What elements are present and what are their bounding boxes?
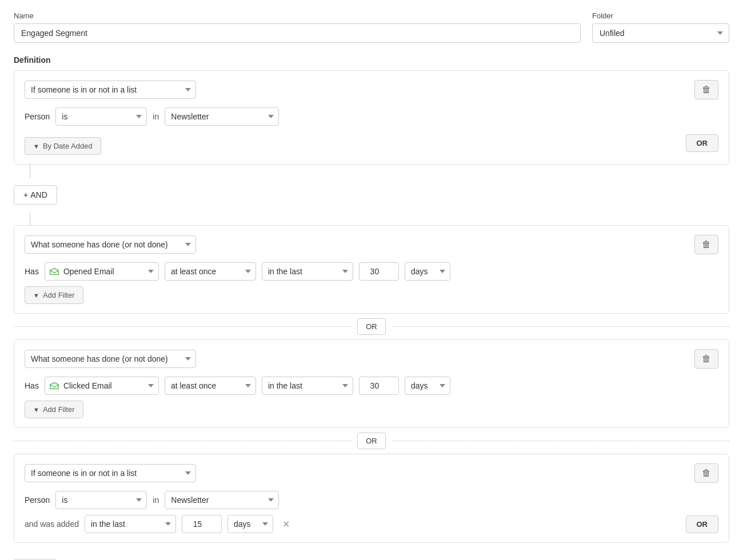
connector-line-2 — [30, 211, 30, 225]
or-line-right-1 — [392, 326, 729, 327]
add-filter-btn-2[interactable]: ▼ Add Filter — [25, 401, 83, 418]
group-list-condition-1: If someone is in or not in a list 🗑 Pers… — [14, 70, 729, 165]
has-row-opened: Has Opened Email Clicked Email at least … — [25, 262, 718, 281]
frequency-select-1[interactable]: at least once zero times — [165, 262, 256, 281]
delete-button-4[interactable]: 🗑 — [694, 463, 718, 483]
in-text-2: in — [153, 495, 159, 505]
days-number-input-1[interactable] — [359, 262, 399, 281]
days-number-input-3[interactable] — [182, 515, 222, 533]
or-btn-1[interactable]: OR — [357, 318, 386, 335]
person-is-select-1[interactable]: is is not — [55, 107, 147, 126]
trash-icon-2: 🗑 — [702, 239, 711, 250]
close-icon: ✕ — [282, 519, 290, 530]
or-line-right-2 — [392, 441, 729, 441]
folder-label: Folder — [592, 11, 729, 20]
add-and-button-1[interactable]: + AND — [14, 185, 57, 205]
folder-select[interactable]: Unfiled — [592, 23, 729, 43]
days-number-input-2[interactable] — [359, 377, 399, 395]
name-input[interactable] — [14, 23, 581, 43]
newsletter-select-2[interactable]: Newsletter — [165, 491, 279, 509]
or-divider-2: OR — [14, 428, 729, 454]
condition-type-select-3[interactable]: What someone has done (or not done) — [25, 350, 196, 368]
remove-date-filter-btn[interactable]: ✕ — [279, 518, 293, 531]
and-was-added-label: and was added — [25, 519, 79, 529]
delete-button-2[interactable]: 🗑 — [694, 235, 718, 254]
or-line-left-2 — [14, 441, 351, 441]
person-label-1: Person — [25, 112, 50, 121]
filter-icon-2: ▼ — [33, 406, 39, 413]
time-range-select-1[interactable]: in the last over all time — [262, 262, 353, 281]
person-row-1: Person is is not in Newsletter — [25, 107, 718, 126]
email-action-select-1[interactable]: Opened Email Clicked Email — [45, 262, 159, 281]
trash-icon-3: 🗑 — [702, 354, 711, 364]
in-text-1: in — [153, 112, 159, 121]
connector-line-1 — [30, 165, 30, 178]
has-label-1: Has — [25, 267, 39, 276]
name-label: Name — [14, 11, 581, 20]
condition-type-wrap-4: If someone is in or not in a list — [25, 464, 207, 482]
delete-button-3[interactable]: 🗑 — [694, 349, 718, 369]
has-label-2: Has — [25, 381, 39, 390]
was-added-row: and was added in the last over all time … — [25, 515, 718, 533]
delete-button-1[interactable]: 🗑 — [694, 80, 718, 99]
time-range-select-2[interactable]: in the last over all time — [262, 377, 353, 395]
condition-type-select-2[interactable]: What someone has done (or not done) — [25, 235, 196, 254]
condition-type-select-4[interactable]: If someone is in or not in a list — [25, 464, 196, 482]
and-connector-wrap: + AND — [14, 165, 729, 225]
frequency-select-2[interactable]: at least once zero times — [165, 377, 256, 395]
person-is-select-2[interactable]: is is not — [55, 491, 147, 509]
card-header-1: If someone is in or not in a list 🗑 — [25, 80, 718, 99]
top-row: Name Folder Unfiled — [14, 11, 729, 43]
has-row-clicked: Has Clicked Email Opened Email at least … — [25, 377, 718, 395]
definition-title: Definition — [14, 55, 729, 65]
card-header-2: What someone has done (or not done) 🗑 — [25, 235, 718, 254]
name-field-group: Name — [14, 11, 581, 43]
days-unit-select-1[interactable]: days weeks months — [405, 262, 450, 281]
email-action-wrapper-2: Clicked Email Opened Email — [45, 377, 159, 395]
group-opened-email: What someone has done (or not done) 🗑 Ha… — [14, 225, 729, 314]
person-row-2: Person is is not in Newsletter — [25, 491, 718, 509]
condition-type-select-1[interactable]: If someone is in or not in a list — [25, 81, 196, 99]
add-filter-btn-1[interactable]: ▼ Add Filter — [25, 286, 83, 304]
by-date-added-label: By Date Added — [43, 142, 93, 150]
days-unit-select-2[interactable]: days weeks months — [405, 377, 450, 395]
group-clicked-email: What someone has done (or not done) 🗑 Ha… — [14, 339, 729, 428]
newsletter-select-1[interactable]: Newsletter — [165, 107, 279, 126]
trash-icon-1: 🗑 — [702, 85, 711, 95]
or-divider-1: OR — [14, 314, 729, 339]
condition-type-wrap-3: What someone has done (or not done) — [25, 350, 207, 368]
days-unit-select-3[interactable]: days weeks months — [227, 515, 273, 533]
and-plus-icon: + — [23, 190, 28, 199]
add-filter-label-2: Add Filter — [43, 405, 75, 414]
filter-icon-1: ▼ — [33, 292, 39, 299]
card-header-3: What someone has done (or not done) 🗑 — [25, 349, 718, 369]
or-button-2[interactable]: OR — [686, 515, 719, 533]
or-btn-2[interactable]: OR — [357, 433, 386, 449]
in-the-last-select[interactable]: in the last over all time — [85, 515, 176, 533]
or-button-1[interactable]: OR — [686, 134, 719, 152]
email-action-select-2[interactable]: Clicked Email Opened Email — [45, 377, 159, 395]
folder-field-group: Folder Unfiled — [592, 11, 729, 43]
person-label-2: Person — [25, 495, 50, 505]
and-label-1: AND — [30, 190, 47, 199]
page-bottom: + AND — [14, 552, 729, 560]
trash-icon-4: 🗑 — [702, 468, 711, 478]
or-line-left-1 — [14, 326, 351, 327]
add-filter-label-1: Add Filter — [43, 291, 75, 299]
by-date-added-btn[interactable]: ▼ By Date Added — [25, 137, 101, 155]
filter-icon-date: ▼ — [33, 143, 39, 150]
condition-type-wrap-1: If someone is in or not in a list — [25, 81, 207, 99]
group-list-condition-2: If someone is in or not in a list 🗑 Pers… — [14, 454, 729, 543]
condition-type-wrap-2: What someone has done (or not done) — [25, 235, 207, 254]
email-action-wrapper-1: Opened Email Clicked Email — [45, 262, 159, 281]
card-header-4: If someone is in or not in a list 🗑 — [25, 463, 718, 483]
